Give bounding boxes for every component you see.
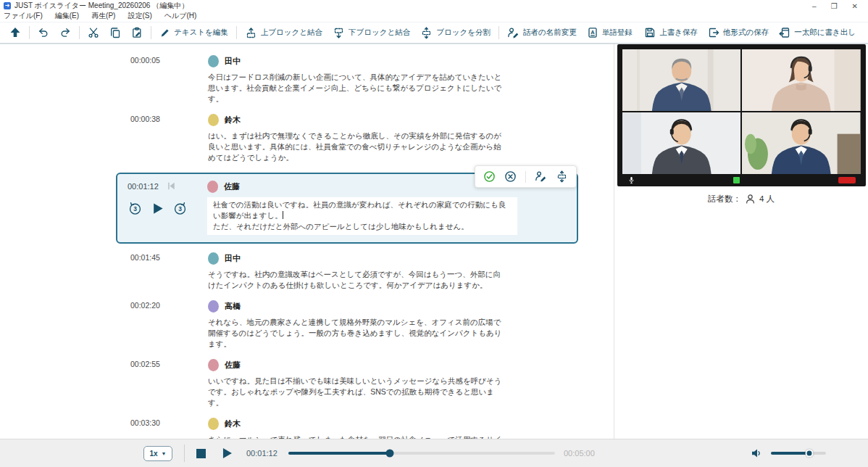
menu-help[interactable]: ヘルプ(H) (164, 11, 197, 21)
home-arrow-icon (9, 27, 21, 38)
undo-icon (38, 27, 49, 38)
menu-file[interactable]: ファイル(F) (4, 11, 43, 21)
export-ichitaro-button[interactable]: 一太郎に書き出し (774, 24, 861, 41)
merge-down-block-icon (333, 27, 345, 39)
cancel-edit-icon[interactable] (504, 170, 517, 183)
block-text: それなら、地元の農家さんと連携して規格外野菜のマルシェを、オフィス前の広場で開催… (208, 317, 506, 350)
timestamp: 00:02:55 (130, 359, 208, 408)
app-window: ➜ JUST ボイスライター Meeting_20260206 （編集中） – … (0, 0, 868, 467)
speaker-avatar (208, 114, 219, 126)
merge-down-label: 下ブロックと結合 (349, 28, 410, 38)
copy-icon (109, 27, 121, 38)
edit-text-label: テキストを編集 (174, 28, 228, 38)
speaker-avatar (208, 359, 219, 371)
participant-video-1 (622, 49, 741, 111)
title-bar: ➜ JUST ボイスライター Meeting_20260206 （編集中） – … (0, 0, 868, 11)
timestamp: 00:02:20 (130, 300, 208, 350)
seek-handle[interactable] (385, 450, 393, 458)
save-label: 上書き保存 (659, 28, 698, 38)
rename-speaker-button[interactable]: 話者の名前変更 (502, 24, 582, 41)
transcript-block-selected[interactable]: 00:01:12 3 3 佐藤 社食での活動は良いですね。 (116, 173, 578, 244)
cut-button[interactable] (83, 24, 104, 41)
split-block-icon (420, 27, 433, 39)
confirm-edit-icon[interactable] (483, 170, 496, 183)
undo-button[interactable] (33, 24, 54, 41)
menu-settings[interactable]: 設定(S) (128, 11, 151, 21)
volume-icon[interactable] (751, 447, 762, 459)
timestamp: 00:01:12 (128, 182, 159, 191)
merge-up-label: 上ブロックと結合 (261, 28, 322, 38)
register-word-button[interactable]: A 単語登録 (582, 24, 638, 41)
skip-to-block-start-icon[interactable] (166, 181, 177, 191)
block-text-editor[interactable]: 社食での活動は良いですね。社員の意識が変われば、それぞれの家庭での行動にも良い影… (207, 197, 517, 235)
close-button[interactable]: ✕ (852, 2, 858, 10)
edit-line-2: ただ、それだけだと外部へのアピールとしては少し地味かもしれません。 (213, 222, 469, 231)
video-panel: 話者数： 4 人 (614, 44, 868, 439)
split-block-button[interactable]: ブロックを分割 (415, 24, 496, 41)
merge-up-block-icon (245, 27, 257, 39)
transcript-block[interactable]: 00:03:30 鈴木 さらに、マルシェで売れ残ってしまった食材を、翌日の社食メ… (130, 418, 614, 439)
text-cursor (283, 211, 283, 219)
transcript-block[interactable]: 00:02:20 高橋 それなら、地元の農家さんと連携して規格外野菜のマルシェを… (130, 300, 614, 350)
transcript-block[interactable]: 00:00:05 田中 今日はフードロス削減の新しい企画について、具体的なアイデ… (130, 55, 614, 104)
live-indicator (733, 177, 740, 183)
menu-edit[interactable]: 編集(E) (55, 11, 79, 21)
play-button[interactable] (220, 447, 233, 460)
export-ichitaro-icon (779, 27, 790, 38)
paste-button[interactable] (126, 24, 148, 41)
svg-text:A: A (591, 29, 595, 36)
app-icon: ➜ (4, 2, 11, 9)
volume-fill (771, 452, 809, 455)
transcript-block[interactable]: 00:00:38 鈴木 はい。まずは社内で無理なくできることから徹底し、その実績… (130, 114, 614, 163)
merge-up-button[interactable]: 上ブロックと結合 (240, 24, 327, 41)
restore-button[interactable]: ❐ (831, 2, 838, 10)
current-time: 00:01:12 (246, 449, 281, 458)
speaker-count-value: 4 人 (759, 194, 775, 204)
toolbar: テキストを編集 上ブロックと結合 下ブロックと結合 ブロックを分割 話者の名前変… (0, 22, 868, 44)
transcript-panel: 00:00:05 田中 今日はフードロス削減の新しい企画について、具体的なアイデ… (0, 44, 614, 439)
mic-icon[interactable] (627, 176, 635, 184)
export-ichitaro-label: 一太郎に書き出し (794, 28, 856, 38)
minimize-button[interactable]: – (812, 2, 817, 10)
person-icon (745, 194, 756, 204)
stop-button[interactable] (196, 449, 206, 458)
redo-icon (59, 27, 71, 38)
playback-speed-select[interactable]: 1x ▼ (143, 446, 172, 461)
transcript-block[interactable]: 00:02:55 佐藤 いいですね。見た目は不揃いでも味は美味しいというメッセー… (130, 359, 614, 408)
volume-handle[interactable] (806, 450, 814, 458)
save-other-format-icon (708, 27, 719, 38)
play-block-icon[interactable] (151, 202, 164, 215)
merge-down-button[interactable]: 下ブロックと結合 (327, 24, 415, 41)
rename-speaker-label: 話者の名前変更 (523, 28, 577, 38)
video-control-bar (622, 174, 861, 186)
split-block-icon[interactable] (556, 170, 568, 183)
svg-text:3: 3 (133, 205, 137, 212)
video-conference-view (617, 44, 866, 186)
svg-text:3: 3 (178, 205, 182, 212)
copy-button[interactable] (104, 24, 126, 41)
speaker-name: 鈴木 (225, 418, 241, 429)
transcript-block[interactable]: 00:01:45 田中 そうですね。社内の意識改革はベースとして必須ですが、今回… (130, 252, 614, 291)
record-indicator[interactable] (838, 177, 856, 183)
edit-line-1: 社食での活動は良いですね。社員の意識が変われば、それぞれの家庭での行動にも良い影… (213, 200, 506, 220)
edit-text-button[interactable]: テキストを編集 (154, 24, 233, 41)
speaker-avatar (208, 55, 219, 67)
volume-slider[interactable] (771, 452, 826, 455)
rewind-3s-icon[interactable]: 3 (128, 201, 143, 216)
speaker-avatar (208, 252, 219, 265)
home-button[interactable] (4, 24, 26, 41)
rename-speaker-icon[interactable] (535, 170, 547, 183)
save-other-format-button[interactable]: 他形式の保存 (703, 24, 774, 41)
speaker-name: 佐藤 (224, 181, 240, 192)
save-icon (644, 27, 656, 38)
seek-bar[interactable] (288, 452, 555, 455)
forward-3s-icon[interactable]: 3 (172, 201, 188, 216)
timestamp: 00:01:45 (130, 252, 208, 291)
redo-button[interactable] (54, 24, 76, 41)
seek-bar-fill (288, 452, 390, 455)
volume-control (751, 447, 826, 459)
menu-play[interactable]: 再生(P) (91, 11, 115, 21)
speaker-avatar (208, 300, 219, 313)
save-button[interactable]: 上書き保存 (639, 24, 703, 41)
speaker-name: 鈴木 (225, 115, 241, 125)
